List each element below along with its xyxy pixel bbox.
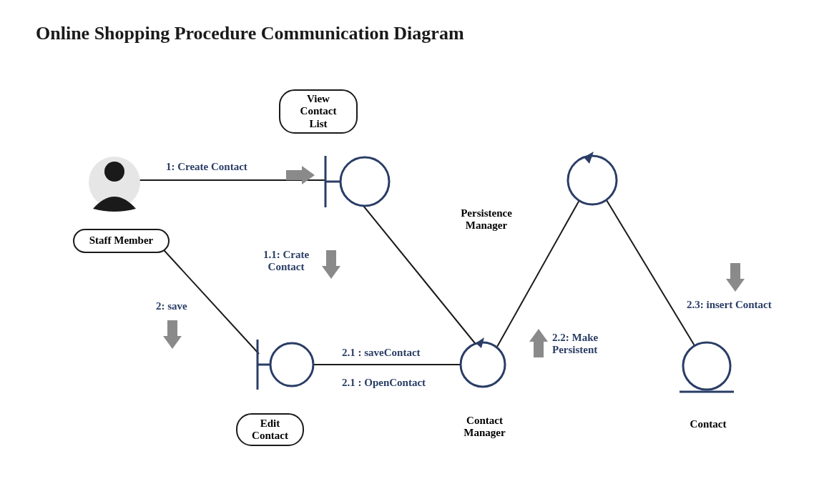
svg-point-15	[568, 156, 617, 204]
svg-rect-20	[167, 320, 177, 336]
arrow-down-icon	[322, 250, 340, 279]
svg-point-13	[270, 343, 313, 386]
staff-member-label: Staff Member	[73, 229, 170, 253]
msg-2-2: 2.2: MakePersistent	[552, 332, 613, 357]
contact-manager-label: ContactManager	[451, 415, 519, 440]
edit-contact-label: EditContact	[236, 413, 304, 446]
contact-label: Contact	[680, 418, 737, 430]
svg-rect-22	[730, 263, 740, 279]
svg-line-5	[607, 200, 697, 350]
staff-member-actor	[89, 157, 140, 212]
msg-2-1-open: 2.1 : OpenContact	[342, 377, 426, 389]
arrow-right-icon	[286, 166, 315, 184]
msg-2-3: 2.3: insert Contact	[687, 299, 772, 311]
arrow-up-icon	[529, 329, 548, 357]
diagram-canvas: Online Shopping Procedure Communication …	[0, 0, 824, 504]
svg-point-16	[683, 342, 730, 390]
svg-point-14	[461, 342, 505, 387]
svg-point-10	[340, 157, 389, 206]
svg-rect-18	[286, 170, 302, 180]
msg-2-1-save: 2.1 : saveContact	[342, 347, 421, 359]
msg-1-1: 1.1: CrateContact	[258, 249, 315, 274]
persistence-manager-label: PersistenceManager	[447, 207, 526, 232]
arrow-down-icon	[726, 263, 745, 292]
svg-rect-21	[534, 342, 544, 357]
svg-point-6	[89, 157, 140, 208]
diagram-title: Online Shopping Procedure Communication …	[36, 23, 464, 44]
view-contact-list-label: ViewContactList	[279, 89, 358, 134]
arrow-down-icon	[163, 320, 182, 349]
msg-2: 2: save	[156, 300, 187, 312]
svg-rect-19	[326, 250, 336, 266]
msg-1: 1: Create Contact	[166, 161, 247, 173]
svg-line-2	[157, 243, 259, 354]
svg-point-7	[104, 162, 124, 182]
